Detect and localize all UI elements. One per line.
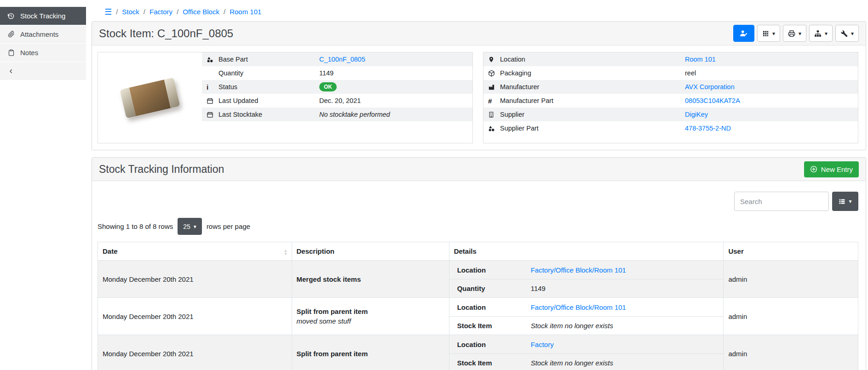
details-card-right: Location Room 101 Packaging reel bbox=[483, 52, 858, 143]
notes-icon bbox=[7, 49, 15, 56]
detail-location-link[interactable]: Factory bbox=[531, 341, 554, 348]
sidebar-item-notes[interactable]: Notes bbox=[0, 44, 86, 62]
part-thumbnail[interactable] bbox=[98, 52, 202, 143]
manufacturer-part-link[interactable]: 08053C104KAT2A bbox=[685, 97, 740, 104]
base-part-link[interactable]: C_100nF_0805 bbox=[319, 56, 365, 63]
detail-entry-label: Stock Item bbox=[457, 322, 531, 330]
tracking-user: admin bbox=[724, 335, 858, 370]
detail-entry-label: Location bbox=[457, 341, 531, 348]
shapes-icon bbox=[207, 56, 218, 63]
info-icon: i bbox=[207, 84, 218, 91]
toolbar: ▾ ▾ ▾ bbox=[733, 25, 859, 42]
tools-icon bbox=[840, 30, 848, 37]
table-columns-button[interactable]: ▾ bbox=[832, 192, 858, 211]
industry-icon bbox=[488, 84, 500, 91]
search-input[interactable] bbox=[734, 192, 829, 211]
tracking-description-text: Merged stock items bbox=[297, 275, 444, 283]
breadcrumb-factory[interactable]: Factory bbox=[149, 8, 172, 16]
detail-label: Quantity bbox=[218, 69, 319, 77]
tracking-panel-title: Stock Tracking Information bbox=[99, 163, 224, 176]
new-entry-button[interactable]: New Entry bbox=[804, 161, 859, 177]
tracking-table: Date ▴▾ Description Details User bbox=[98, 242, 858, 370]
detail-entry-value: Stock item no longer exists bbox=[531, 322, 613, 330]
detail-entry: Stock Item Stock item no longer exists bbox=[449, 316, 724, 335]
detail-entry-value: 1149 bbox=[531, 285, 546, 292]
tracking-details: Location Factory/Office Block/Room 101 Q… bbox=[449, 261, 724, 298]
column-header-label: Details bbox=[454, 247, 477, 255]
list-icon bbox=[839, 198, 845, 205]
tracking-description: Merged stock items bbox=[292, 261, 449, 298]
package-icon bbox=[488, 70, 500, 77]
sort-icon: ▴▾ bbox=[284, 249, 287, 255]
details-card-left: Base Part C_100nF_0805 Quantity 1149 i S… bbox=[98, 52, 473, 143]
tracking-description-text: Split from parent item bbox=[297, 350, 444, 358]
stock-item-header: Stock Item: C_100nF_0805 ▾ bbox=[92, 22, 866, 46]
detail-label: Manufacturer bbox=[500, 83, 685, 91]
tracking-description-text: Split from parent item bbox=[297, 307, 444, 315]
sidebar-item-stock-tracking[interactable]: Stock Tracking bbox=[0, 7, 86, 25]
breadcrumb-office-block[interactable]: Office Block bbox=[183, 8, 219, 16]
manufacturer-link[interactable]: AVX Corporation bbox=[685, 83, 735, 91]
chevron-left-icon bbox=[7, 68, 15, 74]
detail-entry: Location Factory/Office Block/Room 101 bbox=[449, 261, 724, 279]
supplier-link[interactable]: DigiKey bbox=[685, 111, 708, 118]
supplier-part-link[interactable]: 478-3755-2-ND bbox=[685, 125, 731, 132]
detail-row-location: Location Room 101 bbox=[483, 52, 858, 66]
column-header-details: Details bbox=[449, 242, 724, 261]
sidebar-item-label: Notes bbox=[20, 49, 38, 57]
detail-row-packaging: Packaging reel bbox=[483, 66, 858, 80]
menu-icon[interactable]: ☰ bbox=[104, 8, 112, 16]
stock-item-details: Base Part C_100nF_0805 Quantity 1149 i S… bbox=[92, 46, 866, 150]
paperclip-icon bbox=[7, 31, 15, 38]
shapes-icon bbox=[488, 125, 500, 132]
detail-location-link[interactable]: Factory/Office Block/Room 101 bbox=[531, 303, 626, 311]
detail-row-supplier: Supplier DigiKey bbox=[483, 108, 858, 121]
detail-label: Supplier bbox=[500, 111, 685, 118]
detail-entry-label: Location bbox=[457, 303, 531, 311]
tracking-details: Location Factory Stock Item Stock item n… bbox=[449, 335, 724, 370]
stock-actions-button[interactable]: ▾ bbox=[809, 25, 833, 42]
detail-label: Base Part bbox=[218, 56, 319, 63]
detail-row-quantity: Quantity 1149 bbox=[202, 66, 472, 80]
sidebar-collapse-button[interactable] bbox=[0, 62, 86, 80]
detail-label: Location bbox=[500, 56, 685, 63]
tracking-panel-header: Stock Tracking Information New Entry bbox=[92, 158, 866, 181]
pagination-info: Showing 1 to 8 of 8 rows 25 ▾ rows per p… bbox=[98, 218, 858, 235]
history-icon bbox=[7, 12, 15, 20]
detail-label: Supplier Part bbox=[500, 125, 685, 132]
sidebar-item-attachments[interactable]: Attachments bbox=[0, 25, 86, 43]
tracking-user: admin bbox=[724, 261, 858, 298]
column-header-date[interactable]: Date ▴▾ bbox=[98, 242, 292, 261]
print-actions-button[interactable]: ▾ bbox=[783, 25, 806, 42]
sidebar-item-label: Attachments bbox=[20, 30, 58, 38]
breadcrumb-separator: / bbox=[144, 8, 145, 16]
building-icon bbox=[488, 111, 500, 118]
main-content: ☰ / Stock / Factory / Office Block / Roo… bbox=[92, 0, 866, 370]
detail-row-status: i Status OK bbox=[202, 80, 472, 94]
sidebar: Stock Tracking Attachments Notes bbox=[0, 0, 86, 80]
stock-tracking-panel: Stock Tracking Information New Entry ▾ bbox=[92, 157, 866, 370]
breadcrumb-stock[interactable]: Stock bbox=[122, 8, 139, 16]
column-header-label: Date bbox=[103, 247, 118, 255]
detail-entry: Location Factory bbox=[449, 335, 724, 353]
location-icon bbox=[488, 56, 500, 63]
breadcrumb-room-101[interactable]: Room 101 bbox=[230, 8, 261, 16]
detail-row-last-stocktake: Last Stocktake No stocktake performed bbox=[202, 108, 472, 121]
page-size-button[interactable]: 25 ▾ bbox=[178, 218, 202, 235]
breadcrumb-separator: / bbox=[177, 8, 178, 16]
detail-entry-value: Stock item no longer exists bbox=[531, 359, 613, 367]
view-options-button[interactable]: ▾ bbox=[757, 25, 780, 42]
column-header-description: Description bbox=[292, 242, 449, 261]
detail-entry: Quantity 1149 bbox=[449, 279, 724, 297]
detail-location-link[interactable]: Factory/Office Block/Room 101 bbox=[531, 266, 626, 274]
location-link[interactable]: Room 101 bbox=[685, 56, 716, 63]
last-stocktake-value: No stocktake performed bbox=[319, 111, 468, 118]
tracking-row: Monday December 20th 2021 Split from par… bbox=[98, 335, 858, 370]
detail-row-supplier-part: Supplier Part 478-3755-2-ND bbox=[483, 121, 858, 135]
caret-down-icon: ▾ bbox=[825, 31, 828, 36]
caret-down-icon: ▾ bbox=[799, 31, 801, 36]
edit-actions-button[interactable]: ▾ bbox=[835, 25, 859, 42]
user-actions-button[interactable] bbox=[733, 25, 754, 42]
tracking-row: Monday December 20th 2021 Split from par… bbox=[98, 298, 858, 335]
detail-label: Manufacturer Part bbox=[500, 97, 685, 104]
